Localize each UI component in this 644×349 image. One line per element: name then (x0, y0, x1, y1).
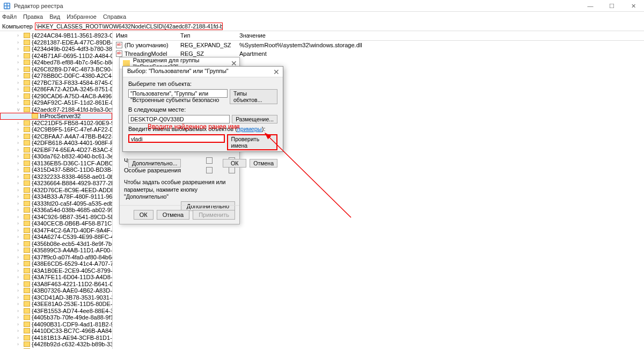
col-name[interactable]: Имя (113, 31, 177, 40)
chevron-icon[interactable] (17, 194, 19, 199)
tree-item[interactable]: {42C9B9F5-16FC-47ef-AF22-DA05F7C84 (0, 126, 112, 133)
tree-item[interactable]: {424bed78-ef88-4b7c-945c-b8cf46d56e2 (0, 59, 112, 66)
location-field[interactable]: DESKTOP-Q0V338D (128, 115, 230, 123)
chevron-icon[interactable] (17, 107, 20, 112)
tree-item[interactable]: {43EE81A0-253E-11D5-80DE-0050DA1C7 (0, 301, 112, 308)
tree-item[interactable]: {43A7FE11-6D04-11D3-A4D8-00C04F68A (0, 274, 112, 281)
chevron-icon[interactable] (17, 261, 19, 266)
menu-favorites[interactable]: Избранное (67, 13, 97, 20)
tree-item[interactable]: {4405b37b-70fe-49de-8a88-9f17b8ba74ab (0, 314, 112, 321)
tree-item[interactable]: {42281387-EDEA-477C-89DB-6F7033D51 (0, 39, 112, 46)
minimize-button[interactable]: — (580, 0, 601, 12)
list-row[interactable]: (По умолчанию) REG_EXPAND_SZ %SystemRoot… (113, 41, 644, 49)
ok-button[interactable]: ОК (223, 159, 246, 168)
chevron-icon[interactable] (17, 274, 19, 280)
menu-file[interactable]: Файл (2, 13, 17, 20)
chevron-icon[interactable] (17, 174, 19, 179)
chevron-icon[interactable] (17, 93, 19, 99)
chevron-icon[interactable] (17, 73, 19, 78)
tree-item[interactable]: {43FB1553-AD74-4ee8-88E4-3E6EAAC91 (0, 308, 112, 315)
tree-item[interactable]: {42EBF74-65EA-4D27-B3AC-86393B6F84 (0, 147, 112, 154)
tree-item[interactable]: {42C21DF5-FB58-4102-90E9-96A213DC7 (0, 120, 112, 127)
tree-item[interactable]: InProcServer32 (0, 113, 112, 120)
tree-item[interactable]: {43CD41AD-3B78-3531-9031-3059E0AA6 (0, 294, 112, 301)
tree-item[interactable]: {427BC7E3-F833-4584-8745-CFAB9D7A5 (0, 79, 112, 86)
tree-item[interactable]: {4278BB0C-D0FC-4380-A2C4-525B9A39F (0, 72, 112, 79)
tree-item[interactable]: {4290CAD6-A75D-4AC8-A496-56DBBB28 (0, 93, 112, 100)
ok-button[interactable]: ОК (134, 210, 153, 220)
chevron-icon[interactable] (17, 281, 19, 287)
cancel-button[interactable]: Отмена (157, 210, 189, 220)
chevron-icon[interactable] (17, 315, 19, 320)
tree-item[interactable]: {44181B13-AE94-3CFB-81D1-37D5BFE792 (0, 335, 112, 341)
tree-item[interactable]: {4234d49b-0245-4df3-b780-3893943456e (0, 46, 112, 53)
tree-item[interactable]: {4410DC33-BC7C-496B-AA84-4AEA3EEE (0, 328, 112, 335)
tree-item[interactable]: {437ff9c0-a07f-4fa0-af80-84b6c6440a16 (0, 254, 112, 261)
tree-item[interactable]: {438E6CD5-6529-41c4-A707-7B3C92C05 (0, 260, 112, 267)
tree-item[interactable]: {4428b92d-c632-432b-b89b-331a39a12ff (0, 341, 112, 348)
tree-item[interactable]: {434C926-9B87-3541-89CD-5D7D40D259 (0, 214, 112, 221)
object-names-input[interactable]: vladi (128, 134, 225, 143)
col-value[interactable]: Значение (236, 31, 644, 40)
chevron-icon[interactable] (17, 234, 19, 239)
maximize-button[interactable]: ☐ (601, 0, 623, 12)
chevron-icon[interactable] (17, 167, 19, 172)
chevron-icon[interactable] (17, 67, 19, 72)
tree-item[interactable]: {432D76CE-8C9E-4EED-ADDD-91737CF (0, 187, 112, 194)
apply-button[interactable]: Применить (193, 210, 235, 220)
menu-help[interactable]: Справка (103, 13, 126, 20)
tree-item[interactable]: {4224AC84-9B11-3561-8923-C893CA77A (0, 32, 112, 39)
chevron-icon[interactable] (17, 335, 19, 340)
tree-item[interactable]: {435899C3-A4AB-11D1-AF00-080036234 (0, 247, 112, 254)
chevron-icon[interactable] (17, 147, 19, 152)
tree-item[interactable]: {4315D437-5B8C-11D0-BD3B-00A0C9110 (0, 166, 112, 173)
chevron-icon[interactable] (17, 322, 19, 327)
menu-view[interactable]: Вид (49, 13, 60, 20)
chevron-icon[interactable] (17, 207, 19, 213)
chevron-icon[interactable] (17, 86, 19, 92)
chevron-icon[interactable] (17, 134, 19, 139)
object-type-field[interactable]: "Пользователи", "Группы" или "Встроенные… (128, 89, 228, 98)
locations-button[interactable]: Размещение... (232, 115, 277, 123)
tree-item[interactable]: {4286FA72-A2DA-3245-8751-D4206D071 (0, 86, 112, 93)
chevron-icon[interactable] (17, 100, 19, 105)
chevron-icon[interactable] (17, 255, 19, 260)
chevron-icon[interactable] (17, 341, 19, 347)
chevron-icon[interactable] (17, 154, 19, 159)
registry-tree[interactable]: {4224AC84-9B11-3561-8923-C893CA77A{42281… (0, 31, 113, 349)
chevron-icon[interactable] (17, 161, 19, 166)
tree-item[interactable]: {42aedc87-2188-41fd-b9a3-0c966feabec (0, 106, 112, 113)
chevron-icon[interactable] (17, 53, 19, 59)
object-types-button[interactable]: Типы объектов... (230, 89, 277, 104)
chevron-icon[interactable] (17, 120, 19, 126)
tree-item[interactable]: {4340CECB-0B6B-4F58-B71C-2B2177AE4 (0, 220, 112, 227)
tree-item[interactable]: {43232233-8338-4658-ae01-0b4ae830b6bb (0, 173, 112, 180)
chevron-icon[interactable] (17, 180, 19, 186)
chevron-icon[interactable] (17, 60, 19, 65)
chevron-icon[interactable] (17, 214, 19, 220)
tree-item[interactable]: {4336a54d-038b-4685-ab02-99bb52a3fb (0, 207, 112, 214)
chevron-icon[interactable] (17, 40, 19, 45)
tree-item[interactable]: {426C82B9-D74C-4873-BC90-28FC7BE04 (0, 66, 112, 73)
tree-item[interactable]: {43A8F463-4221-11D2-B641-006097DF5B (0, 281, 112, 288)
chevron-icon[interactable] (17, 268, 19, 273)
chevron-icon[interactable] (17, 248, 19, 253)
chevron-icon[interactable] (17, 228, 19, 233)
chevron-icon[interactable] (17, 301, 19, 307)
chevron-icon[interactable] (17, 80, 19, 85)
tree-item[interactable]: {43236664-B884-4929-8377-2DFD097F7B (0, 180, 112, 187)
close-icon[interactable]: ✕ (273, 68, 280, 76)
chevron-icon[interactable] (17, 295, 19, 300)
chevron-icon[interactable] (17, 140, 19, 146)
tree-item[interactable]: {42CBFAA7-A4A7-47BB-B422-BD10E9D0 (0, 133, 112, 140)
chevron-icon[interactable] (17, 187, 19, 193)
tree-item[interactable]: {429AF92C-A51F-11d2-861E-00C04FA35C (0, 99, 112, 106)
menu-edit[interactable]: Правка (23, 13, 43, 20)
tree-item[interactable]: {43B07326-AAE0-4B62-A83D-5FD768B73 (0, 287, 112, 294)
tree-item[interactable]: {4334B33-A78F-480F-9111-9638AACCC (0, 193, 112, 200)
tree-item[interactable]: {44090B31-CDF9-4ad1-81B2-983DBA835 (0, 321, 112, 328)
chevron-icon[interactable] (17, 308, 19, 314)
tree-item[interactable]: {424B71AF-0695-11D2-A484-00C04F8EFB (0, 53, 112, 60)
chevron-icon[interactable] (17, 328, 19, 333)
tree-item[interactable]: {4333fd20-ca5f-4095-a535-edb00455ce6 (0, 200, 112, 207)
